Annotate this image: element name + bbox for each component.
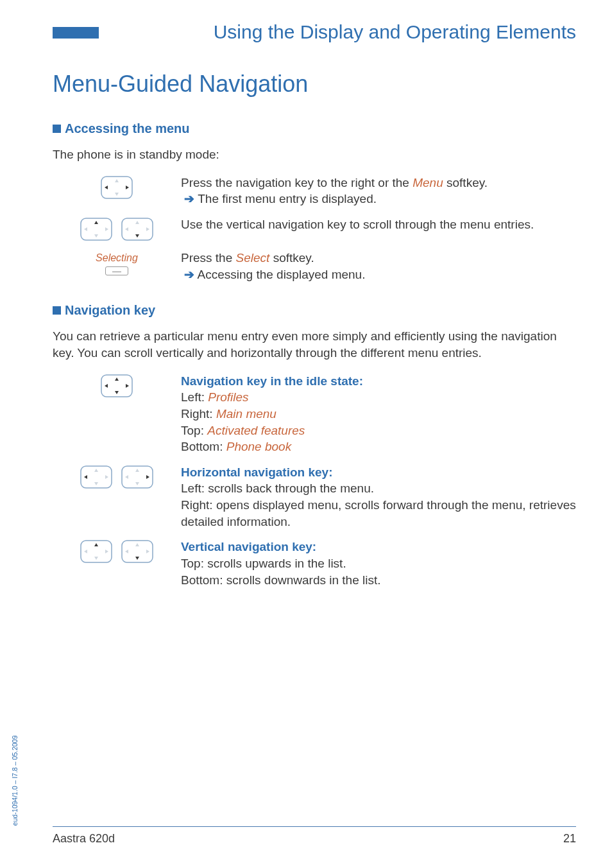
navkey-icon-down-active bbox=[121, 218, 153, 241]
navkey-idle-row: Navigation key in the idle state: Left: … bbox=[53, 373, 576, 455]
horiz-title: Horizontal navigation key: bbox=[181, 465, 332, 479]
section-accessing-menu-heading: Accessing the menu bbox=[53, 120, 576, 137]
idle-left-label: Left: bbox=[181, 390, 208, 404]
selecting-label: Selecting bbox=[96, 251, 138, 265]
section2-intro: You can retrieve a particular menu entry… bbox=[53, 328, 576, 361]
navkey-horizontal-row: Horizontal navigation key: Left: scrolls… bbox=[53, 464, 576, 530]
step1-result: The first menu entry is displayed. bbox=[198, 192, 377, 205]
step-row-2: Use the vertical navigation key to scrol… bbox=[53, 216, 576, 241]
idle-title: Navigation key in the idle state: bbox=[181, 374, 363, 388]
header-accent-block bbox=[53, 27, 99, 39]
horiz-left: Left: scrolls back through the menu. bbox=[181, 482, 374, 495]
result-arrow-icon: ➔ bbox=[184, 192, 194, 205]
step-row-3: Selecting — Press the Select softkey. ➔ … bbox=[53, 250, 576, 282]
horiz-icon-col bbox=[53, 464, 181, 530]
idle-bottom-label: Bottom: bbox=[181, 440, 226, 453]
document-id: eud-1094/1.0 – I7.8 – 05.2009 bbox=[10, 735, 19, 826]
vert-top: Top: scrolls upwards in the list. bbox=[181, 557, 346, 570]
step-row-1: Press the navigation key to the right or… bbox=[53, 175, 576, 207]
step1-text-b: softkey. bbox=[443, 176, 488, 189]
section-navigation-key-heading: Navigation key bbox=[53, 302, 576, 319]
navkey-vertical-row: Vertical navigation key: Top: scrolls up… bbox=[53, 539, 576, 588]
step1-icon-col bbox=[53, 175, 181, 207]
step2-text: Use the vertical navigation key to scrol… bbox=[181, 216, 576, 241]
idle-icon-col bbox=[53, 373, 181, 455]
chapter-title: Using the Display and Operating Elements bbox=[104, 19, 576, 46]
navkey-icon-right-active bbox=[101, 176, 133, 199]
result-arrow-icon: ➔ bbox=[184, 268, 194, 281]
navkey-icon-down-active bbox=[121, 540, 153, 563]
step3-icon-col: Selecting — bbox=[53, 250, 181, 282]
page-footer: Aastra 620d 21 bbox=[53, 826, 576, 846]
step3-text: Press the Select softkey. ➔ Accessing th… bbox=[181, 250, 576, 282]
vert-text: Vertical navigation key: Top: scrolls up… bbox=[181, 539, 576, 588]
heading-square-icon bbox=[53, 125, 61, 133]
horiz-right: Right: opens displayed menu, scrolls for… bbox=[181, 498, 576, 528]
idle-top-label: Top: bbox=[181, 424, 207, 437]
navkey-icon-up-active bbox=[80, 540, 112, 563]
vert-icon-col bbox=[53, 539, 181, 588]
navkey-icon-right-active bbox=[121, 465, 153, 489]
footer-model: Aastra 620d bbox=[53, 831, 115, 846]
step3-text-a: Press the bbox=[181, 251, 236, 265]
heading-text: Accessing the menu bbox=[65, 121, 190, 135]
idle-top-val: Activated features bbox=[207, 424, 305, 437]
vert-bottom: Bottom: scrolls downwards in the list. bbox=[181, 573, 381, 587]
idle-right-label: Right: bbox=[181, 407, 216, 421]
select-softkey-label: Select bbox=[236, 251, 270, 265]
idle-left-val: Profiles bbox=[208, 390, 248, 404]
idle-text: Navigation key in the idle state: Left: … bbox=[181, 373, 576, 455]
navkey-icon-up-active bbox=[80, 218, 112, 241]
step1-text: Press the navigation key to the right or… bbox=[181, 175, 576, 207]
step3-result: Accessing the displayed menu. bbox=[198, 268, 366, 281]
navkey-icon-left-active bbox=[80, 465, 112, 489]
page-heading: Menu-Guided Navigation bbox=[53, 69, 576, 100]
vert-title: Vertical navigation key: bbox=[181, 540, 316, 553]
footer-page: 21 bbox=[563, 831, 576, 846]
step3-text-b: softkey. bbox=[269, 251, 314, 265]
heading-square-icon bbox=[53, 306, 61, 315]
step2-icon-col bbox=[53, 216, 181, 241]
foxkey-icon: — bbox=[105, 266, 128, 275]
navkey-icon-all-active bbox=[101, 374, 133, 397]
idle-right-val: Main menu bbox=[216, 407, 276, 421]
section1-intro: The phone is in standby mode: bbox=[53, 146, 576, 163]
idle-bottom-val: Phone book bbox=[226, 440, 291, 453]
menu-softkey-label: Menu bbox=[412, 176, 443, 189]
heading-text: Navigation key bbox=[65, 303, 155, 317]
horiz-text: Horizontal navigation key: Left: scrolls… bbox=[181, 464, 576, 530]
header-bar: Using the Display and Operating Elements bbox=[53, 19, 576, 46]
step1-text-a: Press the navigation key to the right or… bbox=[181, 176, 412, 189]
